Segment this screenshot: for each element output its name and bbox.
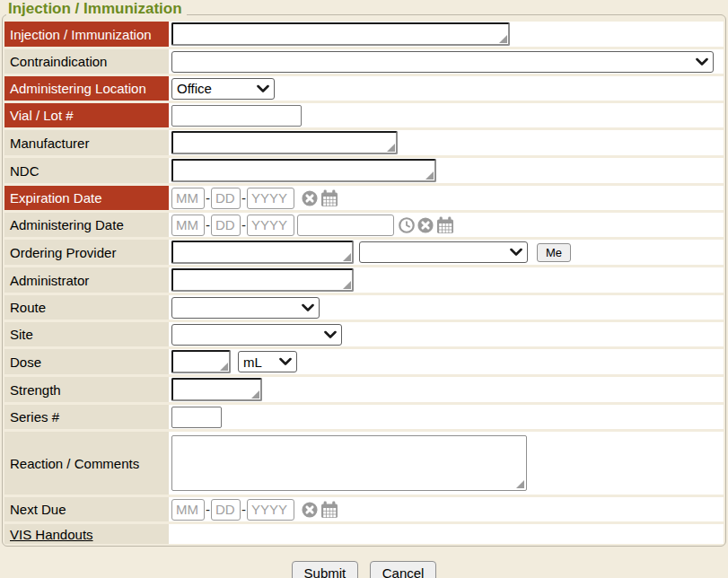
form-title: Injection / Immunization: [6, 1, 187, 17]
row-series: Series #: [4, 405, 724, 429]
submit-button[interactable]: Submit: [292, 561, 359, 578]
administering-location-select[interactable]: Office: [171, 78, 275, 100]
dose-unit-select[interactable]: mL: [238, 351, 297, 372]
row-vial-lot: Vial / Lot #: [4, 103, 724, 127]
administering-date-label: Administering Date: [4, 213, 169, 237]
ndc-input[interactable]: [171, 159, 436, 182]
date-separator: -: [241, 190, 246, 206]
date-separator: -: [206, 502, 210, 517]
row-reaction-comments: Reaction / Comments: [4, 432, 724, 495]
injection-label: Injection / Immunization: [4, 22, 169, 47]
administrator-input[interactable]: [171, 268, 354, 292]
date-separator: -: [206, 190, 210, 206]
next-due-month-input[interactable]: [171, 499, 205, 521]
resize-grip-icon[interactable]: [343, 281, 351, 289]
ordering-provider-select[interactable]: [359, 241, 528, 263]
row-ordering-provider: Ordering Provider Me: [4, 240, 724, 265]
date-separator: -: [206, 217, 210, 232]
clock-icon[interactable]: [399, 217, 415, 233]
manufacturer-input[interactable]: [171, 131, 398, 154]
resize-grip-icon[interactable]: [516, 480, 524, 488]
series-input[interactable]: [171, 407, 222, 428]
expiration-day-input[interactable]: [211, 188, 241, 209]
resize-grip-icon[interactable]: [220, 363, 228, 371]
expiration-year-input[interactable]: [247, 188, 294, 209]
administering-day-input[interactable]: [211, 215, 241, 236]
injection-immunization-page: Injection / Immunization Injection / Imm…: [0, 0, 728, 578]
row-administering-location: Administering Location Office: [4, 76, 724, 101]
calendar-icon[interactable]: [320, 189, 338, 207]
injection-input[interactable]: [171, 22, 510, 46]
calendar-icon[interactable]: [436, 216, 454, 234]
administering-year-input[interactable]: [247, 215, 294, 236]
vis-handouts-link[interactable]: VIS Handouts: [10, 527, 93, 542]
injection-form-fieldset: Injection / Immunization Injection / Imm…: [2, 14, 726, 547]
strength-input[interactable]: [171, 378, 262, 401]
next-due-year-input[interactable]: [247, 499, 294, 521]
reaction-comments-textarea[interactable]: [171, 435, 527, 491]
row-manufacturer: Manufacturer: [4, 130, 724, 155]
row-strength: Strength: [4, 377, 724, 402]
me-button[interactable]: Me: [537, 243, 571, 262]
vial-lot-label: Vial / Lot #: [4, 103, 169, 127]
resize-grip-icon[interactable]: [425, 171, 434, 180]
route-label: Route: [4, 295, 169, 320]
expiration-date-label: Expiration Date: [4, 186, 169, 210]
contraindication-label: Contraindication: [4, 49, 169, 74]
dose-label: Dose: [4, 349, 169, 374]
resize-grip-icon[interactable]: [499, 35, 507, 43]
row-ndc: NDC: [4, 158, 724, 183]
administering-location-label: Administering Location: [4, 76, 169, 101]
resize-grip-icon[interactable]: [343, 253, 351, 261]
site-select[interactable]: [171, 324, 342, 346]
row-dose: Dose mL: [4, 349, 724, 374]
row-injection: Injection / Immunization: [4, 22, 724, 47]
ordering-provider-label: Ordering Provider: [4, 240, 169, 265]
resize-grip-icon[interactable]: [387, 144, 395, 152]
ordering-provider-input[interactable]: [171, 241, 354, 264]
clear-date-icon[interactable]: [417, 217, 434, 233]
clear-date-icon[interactable]: [302, 190, 318, 206]
site-label: Site: [4, 322, 169, 346]
series-label: Series #: [4, 405, 169, 429]
reaction-comments-label: Reaction / Comments: [4, 432, 169, 495]
row-expiration-date: Expiration Date - -: [4, 186, 724, 210]
manufacturer-label: Manufacturer: [4, 130, 169, 155]
administering-time-input[interactable]: [297, 215, 394, 236]
calendar-icon[interactable]: [320, 501, 338, 519]
row-vis-handouts: VIS Handouts: [4, 524, 724, 544]
date-separator: -: [241, 217, 246, 232]
row-next-due: Next Due - -: [4, 497, 724, 521]
row-administering-date: Administering Date - -: [4, 213, 724, 237]
row-contraindication: Contraindication: [4, 49, 724, 74]
date-separator: -: [241, 502, 246, 517]
clear-date-icon[interactable]: [302, 502, 318, 518]
ndc-label: NDC: [4, 158, 169, 183]
strength-label: Strength: [4, 377, 169, 402]
row-site: Site: [4, 322, 724, 346]
contraindication-select[interactable]: [171, 51, 714, 73]
route-select[interactable]: [171, 297, 320, 319]
cancel-button[interactable]: Cancel: [370, 561, 437, 578]
expiration-month-input[interactable]: [171, 188, 205, 209]
row-administrator: Administrator: [4, 267, 724, 293]
row-route: Route: [4, 295, 724, 320]
form-actions: Submit Cancel: [0, 561, 728, 578]
next-due-day-input[interactable]: [211, 499, 241, 521]
vial-lot-input[interactable]: [171, 105, 302, 127]
next-due-label: Next Due: [4, 497, 169, 521]
resize-grip-icon[interactable]: [251, 390, 259, 398]
administering-month-input[interactable]: [171, 215, 205, 236]
administrator-label: Administrator: [4, 267, 169, 293]
